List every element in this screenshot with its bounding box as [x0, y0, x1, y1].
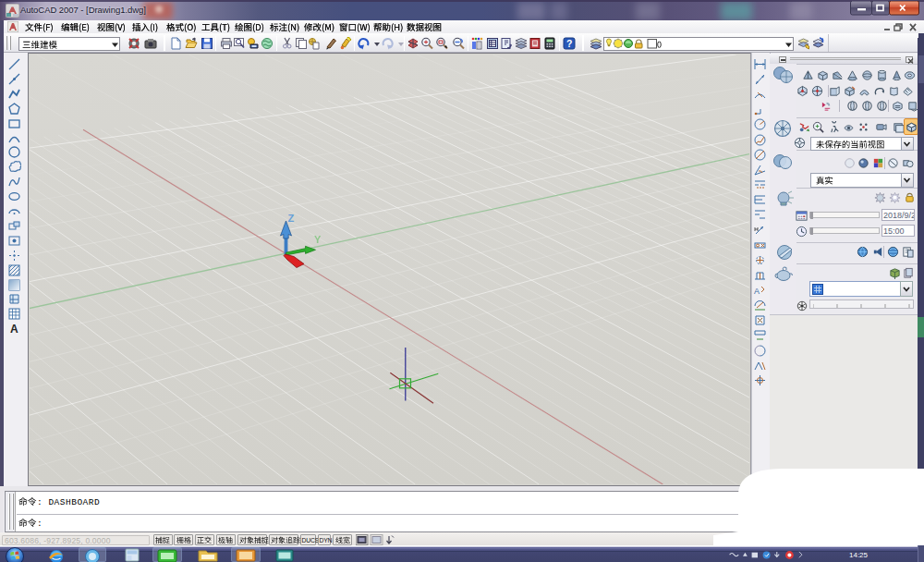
svg-text:Z: Z: [288, 213, 295, 224]
svg-text:A: A: [754, 287, 760, 296]
svg-text:A: A: [10, 323, 18, 336]
svg-text:?: ?: [566, 38, 572, 49]
svg-text:Y: Y: [314, 234, 322, 245]
